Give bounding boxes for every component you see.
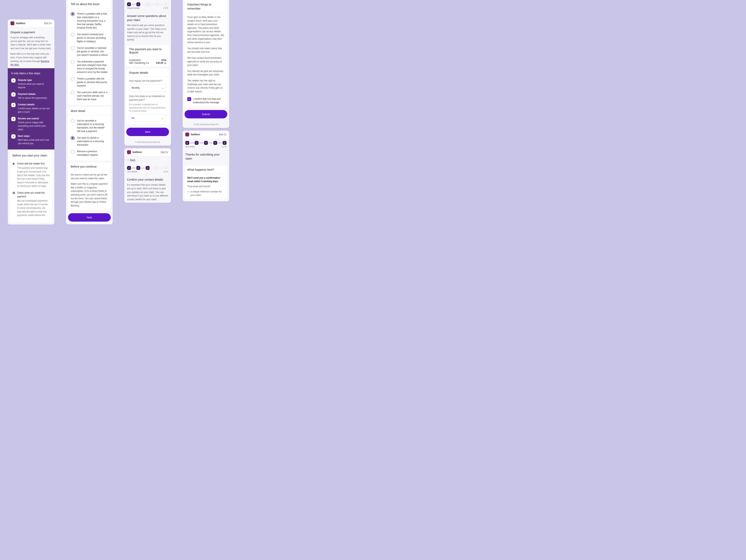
step-label: Next steps <box>185 146 195 148</box>
bag-icon <box>12 162 15 165</box>
lock-icon <box>164 62 166 64</box>
instalment-select[interactable]: No ⌄ <box>129 114 166 122</box>
step-1-done <box>185 141 189 145</box>
instalment-label: Does this relate to an instalment or pay… <box>129 94 166 102</box>
step-2-done <box>195 141 199 145</box>
exit-button[interactable]: Exit <box>219 133 227 136</box>
step-desc: Choose what you want to dispute <box>18 82 51 89</box>
step-number: 2 <box>11 92 16 96</box>
before-item-desc: We can investigate payments made within … <box>17 199 50 217</box>
screen-contact: NatWest Exit Back 3 4 5 Your details3 of… <box>124 148 171 203</box>
issue-label: There's a problem with a free trial, sub… <box>77 12 108 30</box>
issue-option[interactable]: You haven't received your goods or servi… <box>71 31 108 45</box>
progress-stepper: 2 3 4 5 <box>124 0 171 7</box>
intro-p2: Bank with us in the way that suits you b… <box>10 52 52 66</box>
issue-option[interactable]: You authorised a payment and were charge… <box>71 58 108 76</box>
important-p: If you give us false details or we suspe… <box>187 16 225 44</box>
step-3-done <box>204 141 208 145</box>
payment-card: The payment you want to dispute 01/04/20… <box>126 45 169 67</box>
radio-icon <box>71 77 75 81</box>
radio-icon <box>71 33 75 36</box>
issue-option[interactable]: You used your debit card or a cash machi… <box>71 89 108 103</box>
issue-option[interactable]: There's a problem with a free trial, sub… <box>71 10 108 31</box>
frequency-select[interactable]: Monthly ⌄ <box>129 84 166 92</box>
step-2-active: 2 <box>136 2 140 6</box>
exit-icon <box>224 133 227 136</box>
step-3: 3 <box>146 2 150 6</box>
screen-important: Important things to remember If you give… <box>182 0 229 128</box>
step-5: 5 <box>164 2 168 6</box>
exit-button[interactable]: Exit <box>44 22 52 25</box>
instalment-hint: For example, a payday loan or spreading … <box>129 103 166 113</box>
intro-p1: If you're unhappy with something you've … <box>10 36 52 50</box>
exit-icon <box>166 151 168 153</box>
before-item: Check with the retailer firstThe quickes… <box>12 162 50 188</box>
questions-desc: We need to ask you some questions specif… <box>127 24 168 41</box>
before-continue-p2: Make sure this is a regular payment like… <box>71 182 108 207</box>
important-p: You should only make claims that are acc… <box>187 47 225 54</box>
step-title: Review and submit <box>18 117 51 120</box>
app-header: NatWest Exit <box>124 148 171 156</box>
important-p: The retailer has the right to challenge … <box>187 79 225 93</box>
important-card: Important things to remember If you give… <box>184 0 227 107</box>
issue-option[interactable]: You've cancelled or returned the goods o… <box>71 45 108 58</box>
payment-merchant: ABC Gardening Co <box>129 62 149 64</box>
issue-label: You haven't received your goods or servi… <box>77 33 108 43</box>
overview-step: 1Dispute typeChoose what you want to dis… <box>11 78 51 89</box>
step-3-active: 3 <box>146 166 150 170</box>
footer-copyright: © 2021 Brandname Bank Plc <box>182 121 229 128</box>
step-desc: We'll take a look and see if we can refu… <box>18 138 51 145</box>
detail-option[interactable]: Remove a previous cancellation request <box>71 148 108 158</box>
step-count: 5 of 5 <box>222 146 227 148</box>
before-continue-p1: We want to check you've got all the info… <box>71 173 108 180</box>
step-1-done <box>127 166 131 170</box>
radio-icon <box>71 12 75 16</box>
payment-type: POS <box>162 59 166 62</box>
natwest-logo-icon <box>127 150 131 154</box>
overview-step: 3Contact detailsConfirm your details so … <box>11 103 51 114</box>
progress-stepper: 5 <box>182 139 229 146</box>
screen-dispute-details: 2 3 4 5 Dispute details2 of 5 Answer som… <box>124 0 171 146</box>
step-4: 4 <box>155 2 159 6</box>
issue-label: You authorised a payment and were charge… <box>77 60 108 74</box>
before-continue-card: Before you continue We want to check you… <box>68 163 111 210</box>
questions-title: Answer some questions about your claim <box>127 14 168 22</box>
overview-step: 2Payment detailsTell us about the paymen… <box>11 92 51 100</box>
back-button[interactable]: Back <box>124 156 171 164</box>
step-number: 5 <box>11 134 16 139</box>
screen-issue: Tell us about the issue There's a proble… <box>66 0 113 224</box>
radio-icon <box>71 46 75 50</box>
dispute-details-title: Dispute details <box>126 68 169 77</box>
overview-step: 4Review and submitCheck you're happy wit… <box>11 117 51 131</box>
exit-button[interactable]: Exit <box>161 151 168 153</box>
radio-icon <box>71 150 75 153</box>
more-detail-card: More detail You've cancelled a subscript… <box>68 107 111 161</box>
detail-option[interactable]: You want to cancel a subscription or a r… <box>71 135 108 148</box>
issue-option[interactable]: There's a problem with the goods or serv… <box>71 76 108 89</box>
important-title: Important things to remember <box>184 0 227 13</box>
natwest-logo-icon <box>10 21 15 25</box>
instalment-value: No <box>132 116 135 120</box>
exit-label: Exit <box>161 151 165 153</box>
steps-overview: It only takes a few steps 1Dispute typeC… <box>8 68 54 149</box>
important-p: Any refunds we give are temporary while … <box>187 69 225 77</box>
screen-intro: NatWest Exit Dispute a payment If you're… <box>8 20 54 224</box>
more-detail-title: More detail <box>68 107 111 115</box>
next-button[interactable]: Next <box>68 213 111 222</box>
chevron-left-icon <box>127 159 129 161</box>
page-title: Dispute a payment <box>10 30 52 34</box>
radio-icon <box>71 119 75 123</box>
detail-option[interactable]: You've cancelled a subscription or a rec… <box>71 117 108 135</box>
submit-button[interactable]: Submit <box>184 110 227 118</box>
confirm-checkbox-row[interactable]: I confirm that I've read and understood … <box>187 95 225 104</box>
brand-name: NatWest <box>191 133 200 136</box>
footer-copyright: © 2021 Brandname Bank Plc <box>124 139 171 146</box>
step-2-done <box>136 166 140 170</box>
issue-label: You used your debit card or a cash machi… <box>77 91 108 101</box>
radio-icon <box>71 136 75 140</box>
next-button[interactable]: Next <box>126 128 169 136</box>
overview-step: 5Next stepsWe'll take a look and see if … <box>11 134 51 145</box>
step-5-active: 5 <box>223 141 227 145</box>
brand-name: NatWest <box>133 151 142 153</box>
confirm-label: I confirm that I've read and understood … <box>193 97 225 104</box>
